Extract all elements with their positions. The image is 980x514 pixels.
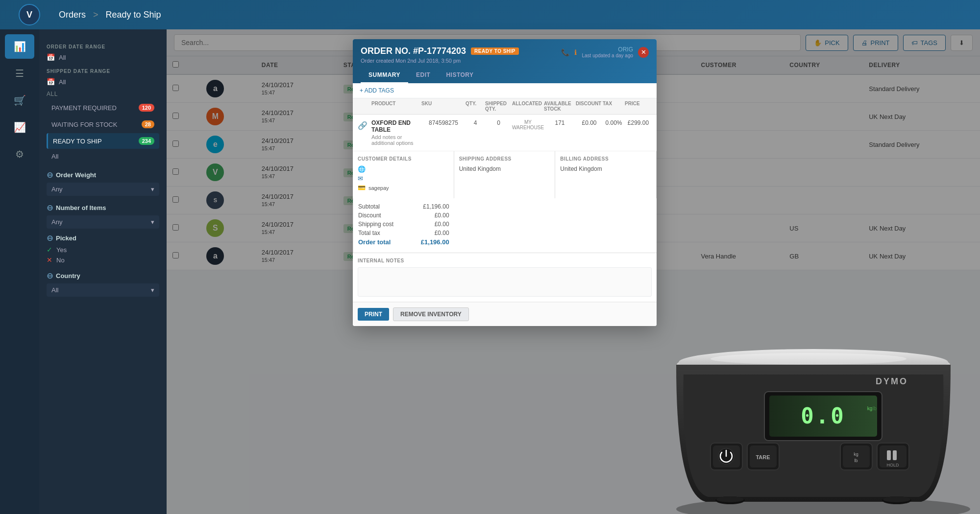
picked-no-option[interactable]: ✕ No	[47, 256, 159, 264]
slider-icon-4: ⊖	[47, 271, 53, 280]
sidebar-icon-dashboard[interactable]: 📊	[5, 34, 34, 59]
svg-point-27	[716, 496, 744, 502]
number-of-items-select[interactable]: Any ▾	[47, 215, 159, 229]
picked-yes-option[interactable]: ✓ Yes	[47, 246, 159, 254]
product-discount: £0.00	[576, 119, 603, 126]
shipping-country: United Kingdom	[459, 165, 550, 172]
picked-no-label: No	[56, 257, 65, 264]
billing-address-col: BILLING ADDRESS United Kingdom	[555, 151, 657, 198]
picked-section: ⊖ Picked ✓ Yes ✕ No	[47, 234, 159, 264]
svg-rect-23	[893, 450, 897, 460]
product-tax: 0.00%	[603, 119, 625, 126]
modal-header: ORDER NO. #P-17774203 READY TO SHIP Orde…	[353, 39, 657, 83]
customer-globe-row: 🌐	[358, 165, 449, 173]
subtotal-label: Subtotal	[358, 203, 380, 210]
modal-order-info: ORDER NO. #P-17774203 READY TO SHIP Orde…	[361, 46, 519, 64]
svg-text:kg: kg	[867, 406, 873, 411]
modal-order-date: Order created Mon 2nd Jul 2018, 3:50 pm	[361, 58, 519, 64]
product-sku: 874598275	[421, 119, 466, 126]
country-label: ⊖ Country	[47, 271, 159, 280]
modal-user-name: ORIG	[582, 46, 633, 53]
picked-yes-label: Yes	[56, 246, 67, 254]
check-icon: ✓	[47, 246, 52, 254]
modal-close-button[interactable]: ✕	[638, 47, 649, 58]
modal-body: + ADD TAGS PRODUCT SKU QTY. SHIPPED QTY.…	[353, 83, 657, 326]
filter-ready-to-ship[interactable]: READY TO SHIP 234	[47, 133, 159, 149]
modal-print-button[interactable]: PRINT	[358, 308, 389, 321]
chevron-down-icon: ▾	[151, 186, 154, 193]
col-product: PRODUCT	[371, 101, 421, 112]
breadcrumb: Orders > Ready to Ship	[59, 10, 161, 20]
filter-sidebar: ORDER DATE RANGE 📅 All SHIPPED DATE RANG…	[39, 29, 167, 514]
notes-content[interactable]	[358, 267, 652, 297]
sidebar-icon-settings[interactable]: ⚙	[5, 142, 34, 166]
payment-required-badge: 120	[139, 104, 154, 112]
payment-method: sagepay	[368, 185, 389, 191]
svg-rect-22	[887, 450, 891, 460]
order-weight-section: ⊖ Order Weight Any ▾	[47, 170, 159, 196]
tab-edit[interactable]: EDIT	[408, 68, 438, 83]
chevron-down-icon-2: ▾	[151, 218, 154, 226]
col-discount: DISCOUNT	[576, 101, 603, 112]
number-of-items-label: ⊖ Number of Items	[47, 203, 159, 212]
order-weight-value: Any	[51, 186, 62, 193]
shipped-date-range-label: SHIPPED DATE RANGE	[47, 69, 159, 74]
sidebar-icon-analytics[interactable]: 📈	[5, 115, 34, 140]
shipping-cost-row: Shipping cost £0.00	[358, 221, 449, 228]
order-weight-select[interactable]: Any ▾	[47, 183, 159, 196]
add-tags-row[interactable]: + ADD TAGS	[353, 83, 657, 98]
svg-text:HOLD: HOLD	[886, 463, 899, 467]
picked-label: ⊖ Picked	[47, 234, 159, 243]
customer-details-header: CUSTOMER DETAILS	[358, 156, 449, 162]
logo: V	[19, 4, 40, 25]
breadcrumb-orders[interactable]: Orders	[59, 10, 86, 20]
product-note: Add notes or additional options	[371, 134, 421, 146]
filter-waiting-stock[interactable]: WAITING FOR STOCK 28	[47, 117, 159, 132]
calendar-icon: 📅	[47, 53, 55, 61]
logo-area: V	[10, 4, 49, 25]
order-date-row[interactable]: 📅 All	[47, 53, 159, 61]
payment-required-label: PAYMENT REQUIRED	[51, 104, 117, 112]
customer-email-row: ✉	[358, 175, 449, 182]
modal-footer: PRINT REMOVE INVENTORY	[353, 302, 657, 326]
subtotal-value: £1,196.00	[423, 203, 449, 210]
svg-text:DYMO: DYMO	[876, 376, 908, 386]
col-tax: TAX	[603, 101, 625, 112]
modal-tabs: SUMMARY EDIT HISTORY	[361, 68, 649, 83]
internal-notes-header: INTERNAL NOTES	[358, 258, 652, 263]
product-icon: 🔗	[358, 121, 371, 130]
product-row: 🔗 OXFORD END TABLE Add notes or addition…	[353, 115, 657, 151]
product-price: £299.00	[625, 119, 652, 126]
col-icon	[358, 101, 371, 112]
product-name: OXFORD END TABLE	[371, 119, 421, 133]
product-shipped-qty: 0	[485, 119, 512, 126]
customer-payment-row: 💳 sagepay	[358, 184, 449, 191]
waiting-stock-badge: 28	[142, 120, 154, 128]
sidebar-icon-orders[interactable]: 🛒	[5, 88, 34, 113]
modal-order-no: ORDER NO. #P-17774203 READY TO SHIP	[361, 46, 519, 56]
shipped-date-row[interactable]: 📅 All	[47, 78, 159, 86]
discount-label: Discount	[358, 212, 381, 219]
waiting-stock-label: WAITING FOR STOCK	[51, 121, 117, 128]
country-select[interactable]: All ▾	[47, 283, 159, 297]
tab-summary[interactable]: SUMMARY	[361, 68, 408, 83]
modal-user-info: ORIG Last updated a day ago	[582, 46, 633, 58]
ready-to-ship-badge: 234	[139, 137, 154, 145]
slider-icon-2: ⊖	[47, 203, 53, 212]
svg-text:kg: kg	[854, 452, 858, 457]
tab-history[interactable]: HISTORY	[438, 68, 481, 83]
order-date-range-label: ORDER DATE RANGE	[47, 44, 159, 49]
order-weight-label: ⊖ Order Weight	[47, 170, 159, 180]
filter-all-button[interactable]: All	[47, 150, 159, 163]
phone-icon[interactable]: 📞	[561, 48, 569, 56]
modal-remove-inventory-button[interactable]: REMOVE INVENTORY	[393, 307, 469, 321]
internal-notes-section: INTERNAL NOTES	[353, 253, 657, 302]
filter-payment-required[interactable]: PAYMENT REQUIRED 120	[47, 100, 159, 116]
breadcrumb-current: Ready to Ship	[106, 10, 161, 20]
subtotal-row: Subtotal £1,196.00	[358, 203, 449, 210]
discount-value: £0.00	[435, 212, 449, 219]
order-total-label: Order total	[358, 238, 391, 246]
sidebar-icon-list[interactable]: ☰	[5, 61, 34, 86]
total-tax-label: Total tax	[358, 230, 380, 236]
info-icon[interactable]: ℹ	[574, 48, 577, 56]
